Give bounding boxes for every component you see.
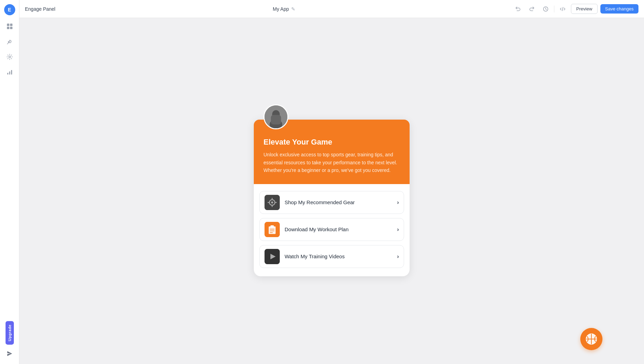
svg-rect-7 bbox=[11, 70, 12, 75]
send-icon bbox=[3, 347, 16, 360]
card-description: Unlock exclusive access to top sports ge… bbox=[263, 151, 400, 174]
card-title: Elevate Your Game bbox=[263, 138, 400, 147]
app-name-label: My App bbox=[273, 6, 289, 12]
settings-icon bbox=[6, 53, 13, 62]
avatar bbox=[263, 104, 288, 129]
svg-rect-1 bbox=[10, 24, 12, 26]
videos-label: Watch My Training Videos bbox=[285, 253, 397, 259]
svg-rect-0 bbox=[7, 24, 9, 26]
upgrade-button[interactable]: Upgrade bbox=[6, 321, 14, 345]
avatar-image bbox=[265, 105, 287, 128]
preview-button[interactable]: Preview bbox=[571, 4, 597, 14]
gear-thumbnail bbox=[265, 195, 280, 210]
list-item-workout[interactable]: Download My Workout Plan › bbox=[259, 218, 404, 241]
main-area: Engage Panel My App ✎ bbox=[19, 0, 644, 364]
canvas: Elevate Your Game Unlock exclusive acces… bbox=[19, 18, 644, 364]
videos-chevron-icon: › bbox=[397, 253, 399, 260]
gear-label: Shop My Recommended Gear bbox=[285, 199, 397, 205]
sidebar: E bbox=[0, 0, 19, 364]
topbar: Engage Panel My App ✎ bbox=[19, 0, 644, 18]
analytics-icon bbox=[6, 69, 13, 77]
card: Elevate Your Game Unlock exclusive acces… bbox=[254, 120, 410, 276]
svg-point-15 bbox=[271, 201, 273, 203]
logo-letter: E bbox=[8, 7, 11, 12]
sidebar-item-tools[interactable] bbox=[3, 36, 16, 49]
svg-rect-6 bbox=[9, 71, 10, 75]
gear-chevron-icon: › bbox=[397, 199, 399, 206]
svg-rect-12 bbox=[271, 115, 281, 125]
sidebar-logo[interactable]: E bbox=[4, 4, 15, 15]
code-button[interactable] bbox=[557, 3, 568, 15]
sidebar-bottom: Upgrade bbox=[3, 321, 16, 360]
save-button[interactable]: Save changes bbox=[600, 4, 638, 14]
edit-app-name-icon[interactable]: ✎ bbox=[291, 6, 295, 12]
topbar-actions: Preview Save changes bbox=[512, 3, 638, 15]
svg-point-4 bbox=[9, 56, 10, 58]
dashboard-icon bbox=[6, 23, 13, 32]
sidebar-item-settings[interactable] bbox=[3, 51, 16, 64]
floating-sports-button[interactable] bbox=[580, 328, 602, 350]
undo-button[interactable] bbox=[512, 3, 524, 15]
app-title: Engage Panel bbox=[25, 6, 55, 12]
svg-rect-2 bbox=[7, 27, 9, 29]
redo-button[interactable] bbox=[526, 3, 537, 15]
svg-rect-3 bbox=[10, 27, 12, 29]
sidebar-item-dashboard[interactable] bbox=[3, 21, 16, 33]
history-button[interactable] bbox=[540, 3, 551, 15]
svg-rect-5 bbox=[7, 73, 8, 75]
topbar-divider bbox=[554, 6, 554, 12]
workout-chevron-icon: › bbox=[397, 226, 399, 233]
list-item-gear[interactable]: Shop My Recommended Gear › bbox=[259, 191, 404, 214]
list-item-videos[interactable]: Watch My Training Videos › bbox=[259, 245, 404, 268]
svg-rect-22 bbox=[270, 225, 274, 227]
sidebar-item-analytics[interactable] bbox=[3, 67, 16, 79]
tools-icon bbox=[6, 38, 13, 47]
card-body: Shop My Recommended Gear › bbox=[254, 184, 410, 276]
card-header: Elevate Your Game Unlock exclusive acces… bbox=[254, 120, 410, 184]
workout-thumbnail bbox=[265, 222, 280, 237]
topbar-center: My App ✎ bbox=[60, 6, 508, 12]
videos-thumbnail bbox=[265, 249, 280, 264]
workout-label: Download My Workout Plan bbox=[285, 226, 397, 232]
